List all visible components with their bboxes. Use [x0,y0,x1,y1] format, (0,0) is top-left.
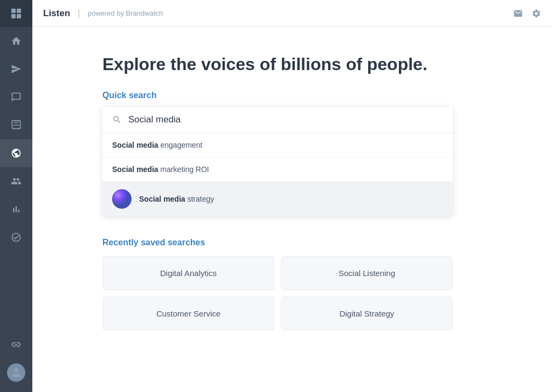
people-icon [11,176,22,187]
dropdown-item-1-bold: Social media [112,141,158,149]
sidebar-item-chart[interactable] [0,195,32,223]
saved-searches-grid: Digital Analytics Social Listening Custo… [102,256,453,331]
dropdown-item-1-rest: engagement [158,141,203,149]
user-avatar [7,363,25,382]
quick-search-label: Quick search [102,91,520,100]
sidebar-item-megaphone[interactable] [0,111,32,139]
sidebar-item-listen[interactable] [0,139,32,167]
svg-rect-0 [11,9,16,13]
saved-search-label-4: Digital Strategy [340,309,395,318]
sidebar-item-send[interactable] [0,55,32,83]
logo-icon [10,7,23,20]
svg-point-4 [112,189,132,209]
dropdown-item-avatar-rest: strategy [185,195,215,203]
header-divider: | [78,8,80,19]
chat-icon [11,92,22,102]
header: Listen | powered by Brandwatch [32,0,552,27]
sidebar-item-dashboard[interactable] [0,223,32,251]
svg-rect-3 [17,14,21,18]
gear-icon [532,9,541,18]
send-icon [11,64,22,74]
home-icon [11,36,22,46]
saved-search-social-listening[interactable]: Social Listening [281,256,453,290]
saved-search-label-3: Customer Service [156,309,220,318]
globe-icon [11,148,22,159]
sidebar-item-people[interactable] [0,167,32,195]
main-heading: Explore the voices of billions of people… [102,54,520,74]
header-subtitle: powered by Brandwatch [88,9,163,17]
header-left: Listen | powered by Brandwatch [43,8,163,19]
search-input-value: Social media [128,114,181,125]
dropdown-item-2[interactable]: Social media marketing ROI [102,157,453,182]
avatar-gradient-icon [112,189,132,209]
saved-search-customer-service[interactable]: Customer Service [102,297,274,331]
search-container: Social media Social media engagement Soc… [102,107,453,216]
search-input-row[interactable]: Social media [102,107,453,133]
dashboard-icon [11,232,22,243]
sidebar [0,0,32,392]
megaphone-icon [11,120,22,130]
dropdown-item-1[interactable]: Social media engagement [102,133,453,157]
saved-search-label-1: Digital Analytics [160,269,217,278]
dropdown-item-2-rest: marketing ROI [158,165,209,174]
saved-search-label-2: Social Listening [339,269,395,278]
saved-search-digital-strategy[interactable]: Digital Strategy [281,297,453,331]
mail-icon-button[interactable] [513,9,523,18]
magnifier-icon [112,115,122,125]
search-icon [112,115,122,125]
mail-icon [513,9,523,18]
header-title: Listen [43,8,70,19]
dropdown-item-avatar[interactable]: Social media strategy [102,182,453,216]
bar-chart-icon [11,204,22,215]
main-area: Listen | powered by Brandwatch Explore t… [32,0,552,392]
dropdown-item-avatar-text: Social media strategy [139,195,214,203]
link-icon [11,339,22,350]
dropdown-avatar-image [112,189,132,209]
dropdown-item-avatar-bold: Social media [139,195,185,203]
saved-search-digital-analytics[interactable]: Digital Analytics [102,256,274,290]
sidebar-item-avatar[interactable] [0,359,32,387]
dropdown-item-2-bold: Social media [112,165,158,174]
settings-icon-button[interactable] [532,9,541,18]
sidebar-logo [0,0,32,27]
sidebar-item-chat[interactable] [0,83,32,111]
svg-rect-2 [11,14,16,18]
avatar-icon [11,367,22,378]
sidebar-item-home[interactable] [0,27,32,55]
content-area: Explore the voices of billions of people… [32,27,552,392]
sidebar-item-link[interactable] [0,331,32,359]
header-icons [513,9,541,18]
svg-rect-1 [17,9,21,13]
recently-saved-label: Recently saved searches [102,238,520,247]
